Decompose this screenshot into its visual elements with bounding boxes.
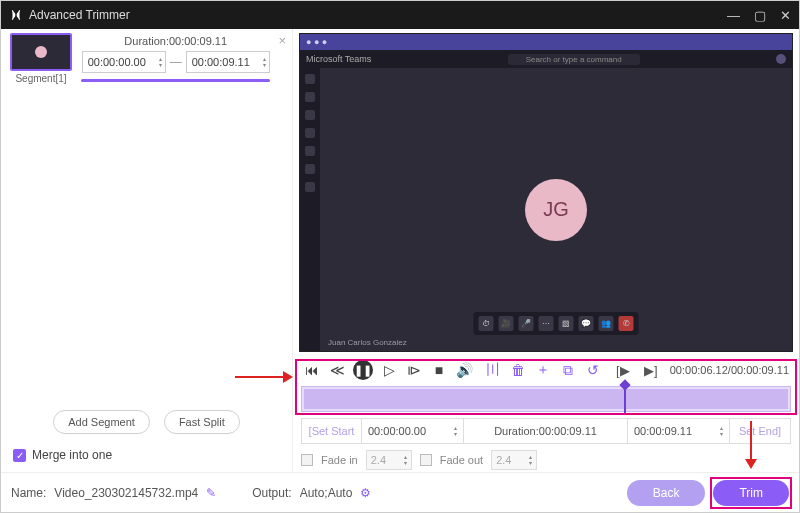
prev-segment-icon[interactable]: ⏮	[303, 361, 321, 379]
preview-avatar-icon	[776, 54, 786, 64]
segment-thumbnail[interactable]	[10, 33, 72, 71]
range-start-input[interactable]: 00:00:00.00▴▾	[362, 419, 464, 443]
segment-end-input[interactable]: 00:00:09.11▴▾	[186, 51, 270, 73]
preview-search: Search or type a command	[508, 54, 640, 65]
window-title: Advanced Trimmer	[29, 8, 727, 22]
app-logo-icon	[9, 8, 23, 22]
stop-icon[interactable]: ■	[430, 361, 448, 379]
fade-out-input[interactable]: 2.4▴▾	[491, 450, 537, 470]
pause-button[interactable]: ❚❚	[353, 360, 373, 380]
range-separator: —	[170, 55, 182, 69]
timeline[interactable]	[301, 386, 791, 412]
output-settings-icon[interactable]: ⚙	[360, 486, 371, 500]
fade-in-label: Fade in	[321, 454, 358, 466]
fade-out-label: Fade out	[440, 454, 483, 466]
preview-side-rail	[300, 68, 320, 351]
title-bar: Advanced Trimmer — ▢ ✕	[1, 1, 799, 29]
call-toolbar: ⏱🎥🎤⋯▧💬👥✆	[474, 312, 639, 335]
close-button[interactable]: ✕	[780, 8, 791, 23]
segment-remove-button[interactable]: ×	[278, 33, 286, 48]
output-value: Auto;Auto	[300, 486, 353, 500]
split-icon[interactable]: 〣	[484, 361, 502, 379]
name-value: Video_230302145732.mp4	[54, 486, 198, 500]
step-forward-icon[interactable]: ⧐	[405, 361, 423, 379]
range-row: [ Set Start 00:00:00.00▴▾ Duration:00:00…	[301, 418, 791, 444]
output-label: Output:	[252, 486, 291, 500]
step-back-icon[interactable]: ≪	[328, 361, 346, 379]
fade-in-checkbox[interactable]	[301, 454, 313, 466]
delete-icon[interactable]: 🗑	[509, 361, 527, 379]
edit-name-icon[interactable]: ✎	[206, 486, 216, 500]
back-button[interactable]: Back	[627, 480, 706, 506]
fade-in-input[interactable]: 2.4▴▾	[366, 450, 412, 470]
bottom-bar: Name: Video_230302145732.mp4 ✎ Output: A…	[1, 472, 799, 512]
segment-item[interactable]: Segment[1] Duration:00:00:09.11 00:00:00…	[7, 33, 286, 84]
playhead[interactable]	[624, 385, 626, 413]
fade-out-checkbox[interactable]	[420, 454, 432, 466]
video-preview[interactable]: ● ● ● Microsoft Teams Search or type a c…	[299, 33, 793, 352]
segment-panel: Segment[1] Duration:00:00:09.11 00:00:00…	[1, 29, 293, 472]
preview-titlebar: ● ● ●	[300, 34, 792, 50]
mark-in-icon[interactable]: [▶	[614, 361, 632, 379]
set-end-button[interactable]: Set End ]	[730, 419, 790, 443]
copy-icon[interactable]: ⧉	[559, 361, 577, 379]
player-controls: ⏮ ≪ ❚❚ ▷ ⧐ ■ 🔊 〣 🗑 ＋ ⧉ ↺ [▶ ▶] 00:00:06.…	[299, 352, 793, 384]
mark-out-icon[interactable]: ▶]	[642, 361, 660, 379]
volume-icon[interactable]: 🔊	[455, 361, 473, 379]
preview-app-name: Microsoft Teams	[306, 54, 371, 64]
range-duration-label: Duration:00:00:09.11	[464, 419, 628, 443]
merge-checkbox[interactable]: ✓ Merge into one	[7, 444, 286, 464]
time-display: 00:00:06.12/00:00:09.11	[670, 364, 789, 376]
segment-start-input[interactable]: 00:00:00.00▴▾	[82, 51, 166, 73]
merge-label: Merge into one	[32, 448, 112, 462]
range-end-input[interactable]: 00:00:09.11▴▾	[628, 419, 730, 443]
maximize-button[interactable]: ▢	[754, 8, 766, 23]
play-icon[interactable]: ▷	[380, 361, 398, 379]
presenter-name: Juan Carlos Gonzalez	[328, 338, 407, 347]
fade-row: Fade in 2.4▴▾ Fade out 2.4▴▾	[299, 444, 793, 472]
preview-app-bar: Microsoft Teams Search or type a command	[300, 50, 792, 68]
name-label: Name:	[11, 486, 46, 500]
minimize-button[interactable]: —	[727, 8, 740, 23]
participant-avatar: JG	[525, 179, 587, 241]
set-start-button[interactable]: [ Set Start	[302, 419, 362, 443]
segment-progress-bar	[81, 79, 270, 82]
editor-panel: ● ● ● Microsoft Teams Search or type a c…	[293, 29, 799, 472]
add-segment-button[interactable]: Add Segment	[53, 410, 150, 434]
add-icon[interactable]: ＋	[534, 361, 552, 379]
segment-duration-label: Duration:00:00:09.11	[124, 35, 227, 47]
segment-label: Segment[1]	[15, 73, 66, 84]
undo-icon[interactable]: ↺	[584, 361, 602, 379]
trim-button[interactable]: Trim	[713, 480, 789, 506]
window-controls: — ▢ ✕	[727, 8, 791, 23]
check-icon: ✓	[13, 449, 26, 462]
fast-split-button[interactable]: Fast Split	[164, 410, 240, 434]
